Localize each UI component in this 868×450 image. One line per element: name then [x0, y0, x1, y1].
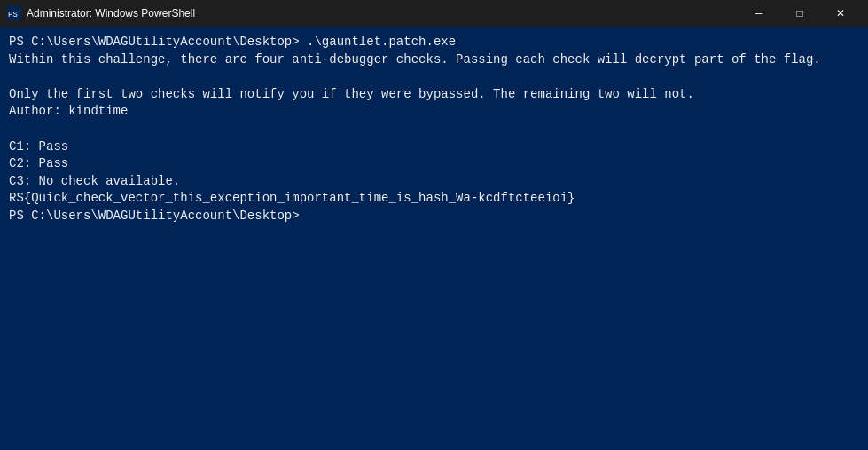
terminal-prompt: PS C:\Users\WDAGUtilityAccount\Desktop>: [9, 208, 859, 225]
terminal-line-3: Author: kindtime: [9, 103, 859, 121]
close-button[interactable]: ✕: [820, 0, 861, 27]
terminal-line-1: Within this challenge, there are four an…: [9, 51, 859, 69]
window-title: Administrator: Windows PowerShell: [27, 7, 195, 20]
minimize-button[interactable]: ─: [739, 0, 779, 27]
title-bar: PS Administrator: Windows PowerShell ─ □…: [0, 0, 868, 27]
window-controls: ─ □ ✕: [739, 0, 861, 27]
terminal[interactable]: PS C:\Users\WDAGUtilityAccount\Desktop> …: [0, 27, 868, 450]
maximize-button[interactable]: □: [779, 0, 820, 27]
terminal-blank-2: [9, 121, 859, 138]
terminal-c3: C3: No check available.: [9, 173, 859, 191]
title-bar-left: PS Administrator: Windows PowerShell: [7, 6, 195, 20]
terminal-c1: C1: Pass: [9, 138, 859, 156]
terminal-line-cmd: PS C:\Users\WDAGUtilityAccount\Desktop> …: [9, 34, 859, 51]
svg-text:PS: PS: [8, 11, 18, 20]
powershell-icon: PS: [7, 6, 21, 20]
terminal-blank-1: [9, 68, 859, 86]
terminal-c2: C2: Pass: [9, 155, 859, 173]
terminal-line-2: Only the first two checks will notify yo…: [9, 86, 859, 104]
terminal-flag: RS{Quick_check_vector_this_exception_imp…: [9, 190, 859, 208]
